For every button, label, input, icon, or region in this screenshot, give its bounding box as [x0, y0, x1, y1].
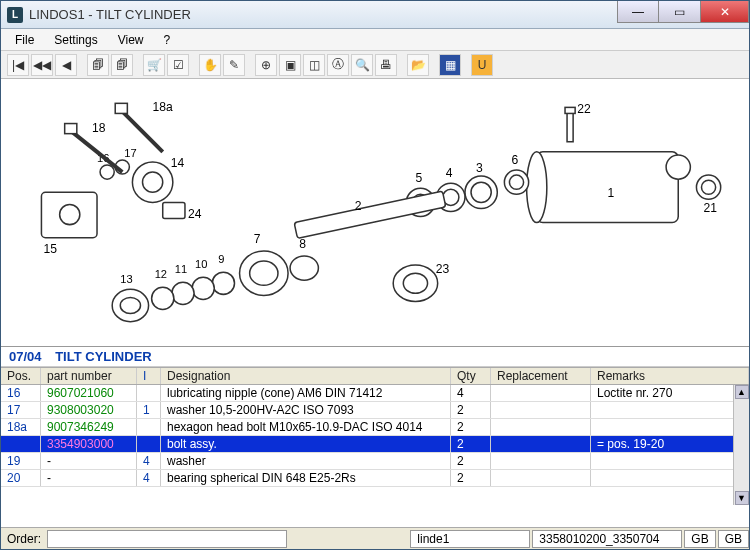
- svg-point-38: [152, 287, 174, 309]
- svg-point-32: [212, 272, 234, 294]
- svg-text:3: 3: [476, 161, 483, 175]
- eu-button[interactable]: ▦: [439, 54, 461, 76]
- grid-title: 07/04 TILT CYLINDER: [1, 347, 749, 367]
- doc-copy-button[interactable]: 🗐: [87, 54, 109, 76]
- menu-help[interactable]: ?: [154, 31, 181, 49]
- svg-point-51: [100, 165, 114, 179]
- app-window: L LINDOS1 - TILT CYLINDER — ▭ ✕ File Set…: [0, 0, 750, 550]
- svg-text:11: 11: [175, 263, 187, 275]
- col-partnumber[interactable]: part number: [41, 368, 137, 384]
- table-row[interactable]: 20-4bearing spherical DIN 648 E25-2Rs2: [1, 470, 749, 487]
- svg-text:9: 9: [218, 253, 224, 265]
- window-controls: — ▭ ✕: [617, 1, 749, 28]
- table-row[interactable]: 1793080030201washer 10,5-200HV-A2C ISO 7…: [1, 402, 749, 419]
- svg-rect-8: [565, 107, 575, 113]
- minimize-button[interactable]: —: [617, 1, 659, 23]
- zoom-in-button[interactable]: ⊕: [255, 54, 277, 76]
- grid-body[interactable]: 169607021060lubricating nipple (cone) AM…: [1, 385, 749, 505]
- svg-text:22: 22: [577, 102, 591, 116]
- svg-point-28: [250, 261, 278, 285]
- table-row[interactable]: 19-4washer2: [1, 453, 749, 470]
- zoom-fit-button[interactable]: ◫: [303, 54, 325, 76]
- scroll-down-icon[interactable]: ▼: [735, 491, 749, 505]
- svg-point-5: [701, 180, 715, 194]
- table-row[interactable]: 3354903000bolt assy.2= pos. 19-20: [1, 436, 749, 453]
- u-button[interactable]: U: [471, 54, 493, 76]
- exploded-view-svg: 1 21 22 6 3 4 5 2: [1, 79, 749, 346]
- svg-text:18a: 18a: [153, 100, 173, 114]
- svg-rect-59: [115, 103, 127, 113]
- order-input[interactable]: [47, 530, 287, 548]
- app-icon: L: [7, 7, 23, 23]
- svg-text:4: 4: [446, 166, 453, 180]
- svg-point-11: [509, 175, 523, 189]
- svg-point-2: [666, 155, 690, 179]
- svg-rect-56: [65, 124, 77, 134]
- find-button[interactable]: 🔍: [351, 54, 373, 76]
- svg-rect-49: [163, 202, 185, 218]
- close-button[interactable]: ✕: [701, 1, 749, 23]
- find-a-button[interactable]: Ⓐ: [327, 54, 349, 76]
- grid-header: Pos. part number I Designation Qty Repla…: [1, 367, 749, 385]
- svg-point-34: [192, 277, 214, 299]
- svg-text:10: 10: [195, 258, 207, 270]
- svg-point-25: [403, 273, 427, 293]
- svg-point-1: [527, 152, 547, 223]
- svg-text:8: 8: [299, 237, 306, 251]
- col-remarks[interactable]: Remarks: [591, 368, 749, 384]
- window-title: LINDOS1 - TILT CYLINDER: [29, 7, 617, 22]
- svg-text:13: 13: [120, 273, 132, 285]
- zoom-sel-button[interactable]: ▣: [279, 54, 301, 76]
- statusbar: Order: linde1 3358010200_3350704 GB GB: [1, 527, 749, 549]
- col-i[interactable]: I: [137, 368, 161, 384]
- nav-rewind-button[interactable]: ◀◀: [31, 54, 53, 76]
- maximize-button[interactable]: ▭: [659, 1, 701, 23]
- svg-rect-7: [567, 111, 573, 141]
- svg-point-41: [120, 297, 140, 313]
- open-button[interactable]: 📂: [407, 54, 429, 76]
- svg-point-47: [143, 172, 163, 192]
- scroll-up-icon[interactable]: ▲: [735, 385, 749, 399]
- svg-point-14: [471, 182, 491, 202]
- cart-button[interactable]: 🛒: [143, 54, 165, 76]
- grid-scrollbar[interactable]: ▲ ▼: [733, 385, 749, 505]
- svg-text:14: 14: [171, 156, 185, 170]
- menu-settings[interactable]: Settings: [44, 31, 107, 49]
- svg-point-44: [60, 204, 80, 224]
- menu-view[interactable]: View: [108, 31, 154, 49]
- hand-button[interactable]: ✎: [223, 54, 245, 76]
- svg-text:18: 18: [92, 121, 106, 135]
- menubar: File Settings View ?: [1, 29, 749, 51]
- doc-alt-button[interactable]: 🗐: [111, 54, 133, 76]
- svg-line-58: [122, 111, 162, 151]
- svg-text:7: 7: [254, 232, 261, 246]
- svg-text:24: 24: [188, 207, 202, 221]
- status-lang2: GB: [718, 530, 749, 548]
- svg-point-30: [290, 256, 318, 280]
- nav-first-button[interactable]: |◀: [7, 54, 29, 76]
- svg-point-36: [172, 282, 194, 304]
- col-pos[interactable]: Pos.: [1, 368, 41, 384]
- check-button[interactable]: ☑: [167, 54, 189, 76]
- titlebar: L LINDOS1 - TILT CYLINDER — ▭ ✕: [1, 1, 749, 29]
- table-row[interactable]: 169607021060lubricating nipple (cone) AM…: [1, 385, 749, 402]
- svg-text:2: 2: [355, 199, 362, 213]
- parts-grid: 07/04 TILT CYLINDER Pos. part number I D…: [1, 347, 749, 505]
- diagram-viewport[interactable]: 1 21 22 6 3 4 5 2: [1, 79, 749, 347]
- svg-text:12: 12: [155, 268, 167, 280]
- status-lang1: GB: [684, 530, 715, 548]
- svg-line-55: [72, 132, 123, 172]
- nohand-button[interactable]: ✋: [199, 54, 221, 76]
- toolbar: |◀ ◀◀ ◀ 🗐 🗐 🛒 ☑ ✋ ✎ ⊕ ▣ ◫ Ⓐ 🔍 🖶 📂 ▦ U: [1, 51, 749, 79]
- grid-name: TILT CYLINDER: [55, 349, 152, 364]
- col-designation[interactable]: Designation: [161, 368, 451, 384]
- svg-text:17: 17: [124, 147, 136, 159]
- svg-text:23: 23: [436, 262, 450, 276]
- nav-prev-button[interactable]: ◀: [55, 54, 77, 76]
- col-qty[interactable]: Qty: [451, 368, 491, 384]
- col-replacement[interactable]: Replacement: [491, 368, 591, 384]
- table-row[interactable]: 18a9007346249hexagon head bolt M10x65-10…: [1, 419, 749, 436]
- menu-file[interactable]: File: [5, 31, 44, 49]
- status-file: 3358010200_3350704: [532, 530, 682, 548]
- print-button[interactable]: 🖶: [375, 54, 397, 76]
